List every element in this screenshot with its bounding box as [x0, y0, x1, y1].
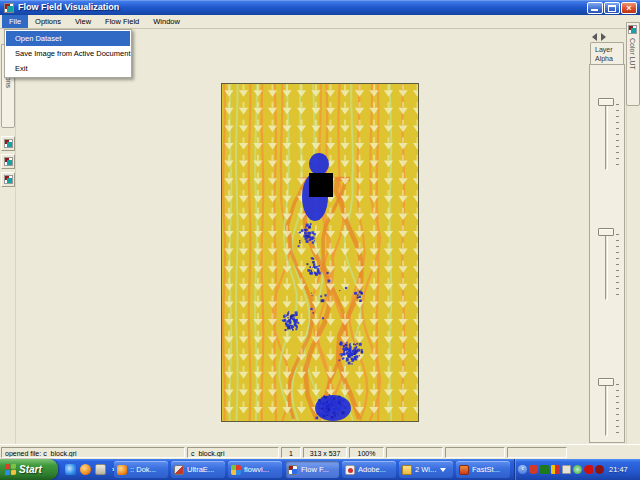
- chevron-down-icon: [440, 468, 446, 472]
- flowfield-icon: [288, 465, 298, 475]
- window-title: Flow Field Visualization: [18, 0, 587, 15]
- slider-ticks: [616, 104, 619, 168]
- scroll-left-icon[interactable]: [592, 33, 597, 41]
- faststone-icon: [459, 465, 469, 475]
- restore-icon: [608, 5, 616, 12]
- task-label: Flow F...: [301, 465, 329, 474]
- firefox-icon[interactable]: [80, 464, 91, 475]
- adobe-icon: [345, 465, 355, 475]
- dock-button-1[interactable]: [1, 136, 15, 151]
- system-tray: ‹ 21:47: [514, 459, 640, 480]
- task-group-windows[interactable]: 2 Wi...: [399, 461, 453, 478]
- app-icon[interactable]: [95, 464, 106, 475]
- slider-handle[interactable]: [598, 378, 614, 386]
- tab-scroll-arrows: [592, 32, 614, 42]
- task-dok[interactable]: :: Dok...: [114, 461, 168, 478]
- task-flow-field[interactable]: Flow F...: [285, 461, 339, 478]
- task-faststone[interactable]: FastSt...: [456, 461, 510, 478]
- task-label: flowvi...: [244, 465, 269, 474]
- status-empty-1: [386, 447, 443, 458]
- layer-alpha-slider-1[interactable]: [594, 96, 620, 174]
- dock-button-2[interactable]: [1, 154, 15, 169]
- firefox-icon: [117, 465, 127, 475]
- status-zoom-level: 100%: [349, 447, 384, 458]
- layer-alpha-panel: [589, 64, 625, 443]
- windows-flag-icon: [5, 464, 16, 476]
- app-layers-icon: [4, 3, 14, 13]
- minimize-icon: [591, 9, 598, 11]
- task-label: Adobe...: [358, 465, 386, 474]
- left-dock-strip: WindOptions: [0, 29, 16, 444]
- task-label: 2 Wi...: [415, 465, 436, 474]
- start-button[interactable]: Start: [0, 459, 58, 480]
- status-empty-2: [445, 447, 505, 458]
- tab-layer-alpha-line1: Layer: [595, 45, 623, 54]
- menu-item-save-image[interactable]: Save Image from Active Document: [6, 46, 130, 61]
- curl-icon[interactable]: [595, 465, 604, 474]
- client-area: WindOptions Layer Alpha: [0, 29, 640, 444]
- menu-bar: File Options View Flow Field Window: [0, 15, 640, 29]
- slider-handle[interactable]: [598, 228, 614, 236]
- status-page-number: 1: [281, 447, 301, 458]
- status-empty-3: [507, 447, 567, 458]
- green-dot-icon[interactable]: [573, 465, 582, 474]
- task-adobe[interactable]: Adobe...: [342, 461, 396, 478]
- menu-window[interactable]: Window: [146, 15, 187, 28]
- layer-alpha-slider-2[interactable]: [594, 226, 620, 304]
- task-label: UltraE...: [187, 465, 214, 474]
- menu-flow-field[interactable]: Flow Field: [98, 15, 146, 28]
- ultraedit-icon: [174, 465, 184, 475]
- layers-icon: [4, 175, 13, 184]
- menu-file[interactable]: File: [2, 15, 28, 28]
- application-window: Flow Field Visualization × File Options …: [0, 0, 640, 480]
- shield-icon[interactable]: [529, 465, 538, 474]
- layer-alpha-slider-3[interactable]: [594, 376, 620, 440]
- status-image-size: 313 x 537: [303, 447, 347, 458]
- status-bar: opened file: c_block.gri c_block.gri 1 3…: [0, 444, 640, 459]
- menu-view[interactable]: View: [68, 15, 98, 28]
- close-button[interactable]: ×: [621, 2, 637, 14]
- green-box-icon[interactable]: [540, 465, 549, 474]
- flowvis-icon: [231, 465, 241, 475]
- flow-field-image[interactable]: [221, 83, 419, 422]
- tab-color-lut-label: Color LUT: [629, 38, 636, 70]
- slider-track: [605, 102, 608, 170]
- tab-color-lut[interactable]: Color LUT: [626, 22, 640, 106]
- menu-options[interactable]: Options: [28, 15, 68, 28]
- flow-field-svg: [222, 84, 418, 421]
- status-opened-file: opened file: c_block.gri: [1, 447, 185, 458]
- slider-ticks: [616, 384, 619, 434]
- title-bar[interactable]: Flow Field Visualization ×: [0, 0, 640, 15]
- status-filename: c_block.gri: [187, 447, 279, 458]
- tray-collapse-icon[interactable]: ‹: [518, 465, 527, 474]
- slider-track: [605, 232, 608, 300]
- slider-ticks: [616, 234, 619, 298]
- menu-item-exit[interactable]: Exit: [6, 61, 130, 76]
- layers-icon: [4, 157, 13, 166]
- task-ultraedit[interactable]: UltraE...: [171, 461, 225, 478]
- task-label: :: Dok...: [130, 465, 156, 474]
- task-flowvis[interactable]: flowvi...: [228, 461, 282, 478]
- ati-icon[interactable]: [584, 465, 593, 474]
- taskbar-clock: 21:47: [609, 465, 628, 474]
- quick-launch: »: [62, 459, 116, 480]
- taskbar: Start » :: Dok... UltraE... flowvi...: [0, 459, 640, 480]
- folder-icon: [402, 465, 412, 475]
- minimize-button[interactable]: [587, 2, 603, 14]
- scroll-right-icon[interactable]: [601, 33, 606, 41]
- notes-icon[interactable]: [562, 465, 571, 474]
- tab-layer-alpha[interactable]: Layer Alpha: [590, 42, 624, 64]
- tab-layer-alpha-line2: Alpha: [595, 54, 623, 63]
- layers-icon: [628, 25, 637, 34]
- slider-handle[interactable]: [598, 98, 614, 106]
- ie-icon[interactable]: [65, 464, 76, 475]
- restore-button[interactable]: [604, 2, 620, 14]
- dock-button-3[interactable]: [1, 172, 15, 187]
- task-label: FastSt...: [472, 465, 500, 474]
- menu-item-open-dataset[interactable]: Open Dataset: [6, 31, 130, 46]
- zonealarm-icon[interactable]: [551, 465, 560, 474]
- task-button-area: :: Dok... UltraE... flowvi... Flow F... …: [114, 461, 510, 478]
- file-menu-dropdown: Open Dataset Save Image from Active Docu…: [4, 29, 132, 78]
- close-icon: ×: [622, 3, 636, 13]
- layers-icon: [4, 139, 13, 148]
